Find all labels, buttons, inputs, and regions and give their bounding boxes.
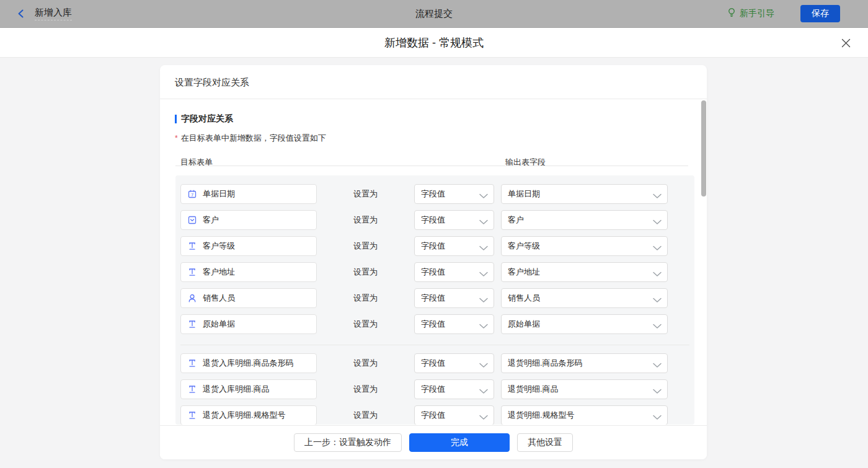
modal-titlebar: 新增数据 - 常规模式 — [0, 28, 868, 58]
table-row: 客户 设置为 字段值 客户 — [180, 210, 694, 230]
flow-name-label[interactable]: 新增入库 — [35, 7, 72, 20]
output-field-select[interactable]: 销售人员 — [501, 288, 668, 308]
chevron-down-icon — [653, 190, 662, 201]
column-header-output-fields: 输出表字段 — [505, 157, 546, 168]
chevron-down-icon — [653, 412, 662, 423]
chevron-down-icon — [479, 412, 488, 423]
text-icon — [187, 410, 197, 420]
value-mode-select[interactable]: 字段值 — [414, 405, 494, 425]
field-mapping-card: 设置字段对应关系 字段对应关系 *在目标表单中新增数据，字段值设置如下 目标表单… — [160, 65, 707, 459]
beginner-guide-link[interactable]: 新手引导 — [727, 7, 774, 20]
section-title: 字段对应关系 — [175, 113, 707, 125]
value-mode-select[interactable]: 字段值 — [414, 210, 494, 230]
output-field-select[interactable]: 客户 — [501, 210, 668, 230]
target-field-detail-barcode[interactable]: 退货入库明细.商品条形码 — [180, 353, 317, 373]
chevron-down-icon — [479, 216, 488, 227]
set-as-label: 设置为 — [317, 384, 414, 395]
value-mode-select[interactable]: 字段值 — [414, 184, 494, 204]
text-icon — [187, 241, 197, 251]
text-icon — [187, 358, 197, 368]
chevron-down-icon — [653, 216, 662, 227]
target-field-customer-address[interactable]: 客户地址 — [180, 262, 317, 282]
required-mark: * — [175, 134, 178, 143]
beginner-guide-label: 新手引导 — [740, 8, 774, 19]
done-button[interactable]: 完成 — [409, 433, 510, 452]
instruction-text: *在目标表单中新增数据，字段值设置如下 — [175, 133, 707, 144]
header-divider — [175, 166, 688, 166]
chevron-down-icon — [653, 386, 662, 397]
user-icon — [187, 293, 197, 303]
set-as-label: 设置为 — [317, 319, 414, 330]
chevron-down-icon — [653, 268, 662, 280]
text-icon — [187, 267, 197, 277]
back-icon[interactable] — [15, 7, 27, 20]
chevron-down-icon — [479, 386, 488, 397]
set-as-label: 设置为 — [317, 188, 414, 200]
output-field-select[interactable]: 单据日期 — [501, 184, 668, 204]
topbar: 新增入库 流程提交 新手引导 保存 — [0, 0, 868, 28]
table-row: 销售人员 设置为 字段值 销售人员 — [180, 288, 694, 308]
output-field-select[interactable]: 客户等级 — [501, 236, 668, 256]
output-field-select[interactable]: 退货明细.规格型号 — [501, 405, 668, 425]
set-as-label: 设置为 — [317, 410, 414, 421]
table-row: 退货入库明细.商品 设置为 字段值 退货明细.商品 — [180, 379, 694, 399]
set-as-label: 设置为 — [317, 241, 414, 252]
output-field-select[interactable]: 客户地址 — [501, 262, 668, 282]
accent-bar — [175, 115, 177, 123]
chevron-down-icon — [479, 294, 488, 306]
table-row: 客户地址 设置为 字段值 客户地址 — [180, 262, 694, 282]
other-settings-button[interactable]: 其他设置 — [517, 433, 573, 452]
target-field-detail-product[interactable]: 退货入库明细.商品 — [180, 379, 317, 399]
target-field-sales-person[interactable]: 销售人员 — [180, 288, 317, 308]
value-mode-select[interactable]: 字段值 — [414, 262, 494, 282]
calendar-icon — [187, 189, 197, 199]
target-field-original-doc[interactable]: 原始单据 — [180, 314, 317, 334]
output-field-select[interactable]: 原始单据 — [501, 314, 668, 334]
chevron-down-icon — [653, 320, 662, 332]
chevron-down-icon — [653, 294, 662, 306]
target-field-customer-level[interactable]: 客户等级 — [180, 236, 317, 256]
column-header-target-form: 目标表单 — [180, 157, 213, 168]
target-field-customer[interactable]: 客户 — [180, 210, 317, 230]
chevron-down-icon — [479, 360, 488, 371]
value-mode-select[interactable]: 字段值 — [414, 314, 494, 334]
chevron-down-icon — [479, 320, 488, 332]
chevron-down-icon — [653, 360, 662, 371]
text-icon — [187, 384, 197, 394]
chevron-down-icon — [479, 242, 488, 254]
group-divider — [180, 345, 689, 345]
target-field-detail-spec[interactable]: 退货入库明细.规格型号 — [180, 405, 317, 425]
table-row: 退货入库明细.商品条形码 设置为 字段值 退货明细.商品条形码 — [180, 353, 694, 373]
field-mapping-list: 单据日期 设置为 字段值 单据日期 客户 设置为 — [175, 175, 694, 425]
chevron-down-icon — [479, 190, 488, 201]
value-mode-select[interactable]: 字段值 — [414, 353, 494, 373]
previous-step-button[interactable]: 上一步：设置触发动作 — [294, 433, 402, 452]
lightbulb-icon — [727, 7, 737, 20]
save-button[interactable]: 保存 — [800, 5, 840, 22]
set-as-label: 设置为 — [317, 293, 414, 304]
chevron-down-icon — [653, 242, 662, 254]
table-row: 单据日期 设置为 字段值 单据日期 — [180, 184, 694, 204]
column-headers: 目标表单 输出表字段 — [160, 157, 707, 168]
modal-title: 新增数据 - 常规模式 — [384, 35, 484, 50]
set-as-label: 设置为 — [317, 267, 414, 278]
table-row: 退货入库明细.规格型号 设置为 字段值 退货明细.规格型号 — [180, 405, 694, 425]
value-mode-select[interactable]: 字段值 — [414, 236, 494, 256]
text-icon — [187, 319, 197, 329]
scrollbar-thumb[interactable] — [701, 100, 706, 196]
modal-footer: 上一步：设置触发动作 完成 其他设置 — [160, 425, 707, 459]
output-field-select[interactable]: 退货明细.商品 — [501, 379, 668, 399]
select-icon — [187, 215, 197, 225]
card-header-title: 设置字段对应关系 — [160, 65, 707, 99]
value-mode-select[interactable]: 字段值 — [414, 288, 494, 308]
value-mode-select[interactable]: 字段值 — [414, 379, 494, 399]
close-icon[interactable] — [838, 35, 853, 50]
table-row: 客户等级 设置为 字段值 客户等级 — [180, 236, 694, 256]
table-row: 原始单据 设置为 字段值 原始单据 — [180, 314, 694, 334]
set-as-label: 设置为 — [317, 214, 414, 226]
chevron-down-icon — [479, 268, 488, 280]
set-as-label: 设置为 — [317, 358, 414, 369]
output-field-select[interactable]: 退货明细.商品条形码 — [501, 353, 668, 373]
modal-body: 设置字段对应关系 字段对应关系 *在目标表单中新增数据，字段值设置如下 目标表单… — [0, 58, 868, 468]
target-field-date[interactable]: 单据日期 — [180, 184, 317, 204]
